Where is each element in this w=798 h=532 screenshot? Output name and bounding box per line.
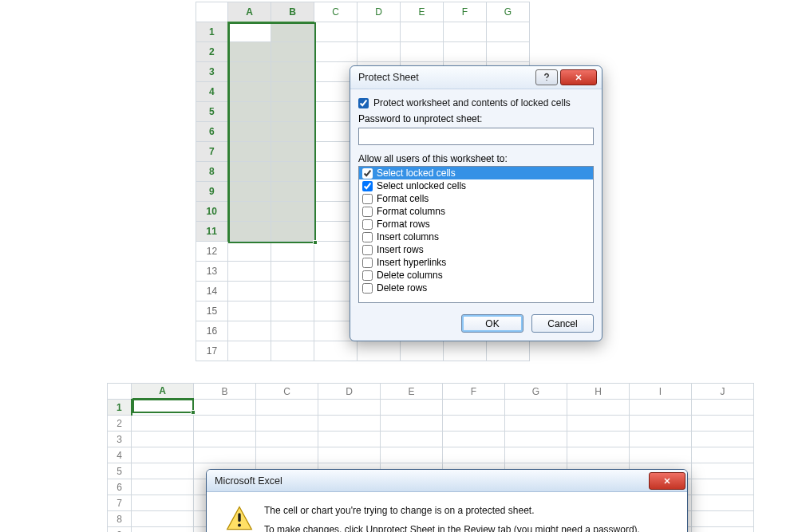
permission-item[interactable]: Insert hyperlinks bbox=[359, 256, 593, 269]
close-button[interactable] bbox=[649, 472, 685, 490]
cell[interactable] bbox=[567, 447, 630, 463]
cell[interactable] bbox=[487, 22, 530, 42]
cell[interactable] bbox=[567, 416, 630, 432]
cell[interactable] bbox=[132, 511, 194, 527]
cell[interactable] bbox=[271, 162, 314, 182]
cell[interactable] bbox=[228, 202, 271, 222]
permission-checkbox[interactable] bbox=[362, 194, 373, 204]
cell[interactable] bbox=[228, 341, 271, 361]
cell[interactable] bbox=[271, 222, 314, 242]
permission-item[interactable]: Delete rows bbox=[359, 282, 593, 294]
cell[interactable] bbox=[271, 82, 314, 102]
row-header[interactable]: 2 bbox=[108, 416, 132, 432]
cell[interactable] bbox=[505, 447, 567, 463]
cell[interactable] bbox=[692, 416, 754, 432]
row-header[interactable]: 14 bbox=[196, 282, 228, 301]
row-header[interactable]: 15 bbox=[196, 301, 228, 321]
cell[interactable] bbox=[132, 447, 194, 463]
cell[interactable] bbox=[443, 447, 505, 463]
permission-item[interactable]: Format rows bbox=[359, 218, 593, 231]
cell[interactable] bbox=[194, 400, 256, 416]
cell[interactable] bbox=[692, 511, 754, 527]
cell[interactable] bbox=[630, 432, 692, 447]
cell[interactable] bbox=[271, 42, 314, 62]
protect-checkbox[interactable] bbox=[358, 98, 369, 108]
cell[interactable] bbox=[194, 447, 256, 463]
cell[interactable] bbox=[132, 479, 194, 495]
column-header[interactable]: D bbox=[318, 384, 381, 400]
cell[interactable] bbox=[228, 22, 271, 42]
cell[interactable] bbox=[132, 416, 194, 432]
row-header[interactable]: 13 bbox=[196, 262, 228, 282]
cell[interactable] bbox=[630, 416, 692, 432]
cell[interactable] bbox=[487, 341, 530, 361]
cell[interactable] bbox=[692, 479, 754, 495]
cell[interactable] bbox=[401, 42, 444, 62]
cell[interactable] bbox=[228, 142, 271, 162]
permission-item[interactable]: Select unlocked cells bbox=[359, 179, 593, 192]
cell[interactable] bbox=[256, 400, 318, 416]
row-header[interactable]: 7 bbox=[196, 142, 228, 162]
cell[interactable] bbox=[692, 447, 754, 463]
permission-checkbox[interactable] bbox=[362, 219, 373, 230]
cell[interactable] bbox=[381, 416, 443, 432]
row-header[interactable]: 1 bbox=[196, 22, 228, 42]
cell[interactable] bbox=[443, 416, 505, 432]
cell[interactable] bbox=[228, 102, 271, 122]
cell[interactable] bbox=[228, 82, 271, 102]
cell[interactable] bbox=[314, 42, 358, 62]
permission-checkbox[interactable] bbox=[362, 283, 373, 294]
close-button[interactable] bbox=[560, 69, 597, 85]
cell[interactable] bbox=[630, 447, 692, 463]
cell[interactable] bbox=[228, 321, 271, 341]
cell[interactable] bbox=[271, 242, 314, 262]
cell[interactable] bbox=[271, 142, 314, 162]
row-header[interactable]: 4 bbox=[196, 82, 228, 102]
permission-item[interactable]: Insert rows bbox=[359, 243, 593, 256]
cell[interactable] bbox=[692, 463, 754, 479]
cell[interactable] bbox=[692, 495, 754, 511]
cell[interactable] bbox=[132, 432, 194, 447]
ok-button[interactable]: OK bbox=[461, 314, 523, 333]
cell[interactable] bbox=[271, 262, 314, 282]
cell[interactable] bbox=[318, 416, 381, 432]
cell[interactable] bbox=[256, 432, 318, 447]
cell[interactable] bbox=[444, 22, 487, 42]
column-header[interactable]: C bbox=[314, 2, 358, 22]
column-header[interactable]: F bbox=[444, 2, 487, 22]
permission-checkbox[interactable] bbox=[362, 168, 373, 179]
permission-checkbox[interactable] bbox=[362, 270, 373, 281]
permission-item[interactable]: Insert columns bbox=[359, 231, 593, 243]
cell[interactable] bbox=[271, 301, 314, 321]
column-header[interactable]: G bbox=[487, 2, 530, 22]
cell[interactable] bbox=[692, 432, 754, 447]
column-header[interactable]: E bbox=[381, 384, 443, 400]
password-input[interactable] bbox=[358, 128, 594, 145]
row-header[interactable]: 3 bbox=[196, 62, 228, 82]
permission-checkbox[interactable] bbox=[362, 232, 373, 242]
cell[interactable] bbox=[132, 527, 194, 533]
cell[interactable] bbox=[271, 202, 314, 222]
cell[interactable] bbox=[358, 22, 401, 42]
row-header[interactable]: 16 bbox=[196, 321, 228, 341]
cell[interactable] bbox=[271, 102, 314, 122]
cell[interactable] bbox=[132, 463, 194, 479]
column-header[interactable]: I bbox=[630, 384, 692, 400]
row-header[interactable]: 10 bbox=[196, 202, 228, 222]
cell[interactable] bbox=[567, 432, 630, 447]
cell[interactable] bbox=[228, 222, 271, 242]
cell[interactable] bbox=[256, 416, 318, 432]
cell[interactable] bbox=[318, 432, 381, 447]
cell[interactable] bbox=[271, 62, 314, 82]
cell[interactable] bbox=[444, 42, 487, 62]
cell[interactable] bbox=[194, 432, 256, 447]
cell[interactable] bbox=[194, 416, 256, 432]
row-header[interactable]: 6 bbox=[108, 479, 132, 495]
row-header[interactable]: 17 bbox=[196, 341, 228, 361]
column-header[interactable]: B bbox=[271, 2, 314, 22]
cell[interactable] bbox=[228, 242, 271, 262]
dialog-titlebar[interactable]: Protect Sheet bbox=[350, 66, 602, 89]
permission-checkbox[interactable] bbox=[362, 181, 373, 191]
permission-item[interactable]: Format cells bbox=[359, 192, 593, 205]
cell[interactable] bbox=[271, 122, 314, 142]
